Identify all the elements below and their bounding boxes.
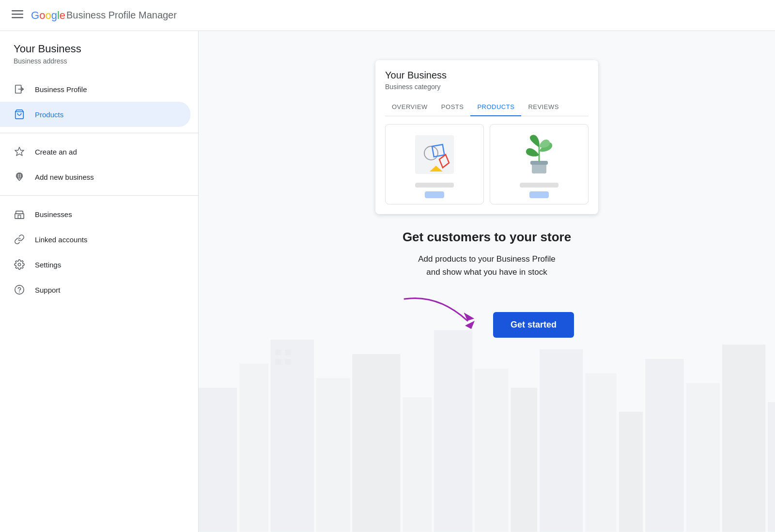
svg-rect-0 [12, 10, 23, 12]
sidebar-item-settings[interactable]: Settings [0, 252, 190, 277]
sign-out-icon [14, 83, 25, 95]
svg-marker-6 [15, 147, 24, 156]
svg-rect-27 [722, 344, 765, 532]
sidebar-item-label: Products [35, 110, 63, 119]
card-tabs: OVERVIEW POSTS PRODUCTS REVIEWS [385, 98, 589, 116]
svg-rect-19 [434, 330, 472, 532]
settings-icon [14, 259, 25, 270]
card-business-name: Your Business [385, 70, 589, 81]
get-started-button[interactable]: Get started [493, 312, 574, 338]
svg-rect-30 [285, 349, 291, 355]
sidebar: Your Business Business address Business … [0, 31, 199, 532]
svg-rect-1 [12, 14, 23, 15]
tab-products[interactable]: PRODUCTS [470, 98, 521, 116]
svg-point-11 [15, 285, 24, 294]
promo-description: Add products to your Business Profileand… [418, 252, 555, 279]
svg-rect-25 [645, 359, 683, 532]
basket-icon [14, 109, 25, 120]
svg-rect-32 [285, 359, 291, 365]
tab-overview[interactable]: OVERVIEW [385, 98, 434, 116]
sidebar-item-label: Create an ad [35, 148, 77, 156]
svg-rect-31 [276, 359, 281, 365]
svg-rect-13 [199, 388, 237, 532]
sidebar-item-support[interactable]: Support [0, 277, 190, 302]
sidebar-item-businesses[interactable]: Businesses [0, 202, 190, 227]
link-icon [14, 234, 25, 245]
sidebar-item-business-profile[interactable]: Business Profile [0, 77, 190, 102]
svg-rect-8 [15, 214, 24, 219]
svg-rect-21 [511, 388, 538, 532]
sidebar-business-name: Your Business [0, 43, 198, 55]
product-image-2 [515, 130, 563, 179]
product-item-1 [385, 124, 484, 204]
sidebar-item-label: Business Profile [35, 85, 87, 94]
business-card-preview: Your Business Business category OVERVIEW… [375, 60, 598, 214]
svg-rect-26 [686, 383, 720, 532]
header: Google Business Profile Manager [0, 0, 775, 31]
product-btn-1 [425, 191, 444, 198]
arrow-svg [400, 294, 506, 333]
content-center: Your Business Business category OVERVIEW… [375, 60, 598, 338]
svg-rect-29 [276, 349, 281, 355]
product-btn-2 [529, 191, 549, 198]
svg-rect-17 [352, 354, 400, 532]
svg-rect-16 [316, 378, 350, 532]
ads-icon [14, 146, 25, 157]
tab-posts[interactable]: POSTS [434, 98, 471, 116]
sidebar-business-address: Business address [0, 57, 198, 65]
svg-rect-23 [585, 374, 616, 532]
svg-rect-20 [475, 369, 508, 532]
sidebar-item-linked-accounts[interactable]: Linked accounts [0, 227, 190, 252]
sidebar-item-label: Linked accounts [35, 235, 87, 244]
card-business-category: Business category [385, 83, 589, 91]
logo: Google Business Profile Manager [31, 9, 177, 22]
svg-rect-2 [12, 17, 23, 18]
sidebar-item-add-business[interactable]: Add new business [0, 164, 190, 189]
menu-icon[interactable] [12, 8, 23, 22]
product-item-2 [490, 124, 589, 204]
sidebar-divider-1 [0, 133, 198, 133]
store-icon [14, 208, 25, 220]
product-image-1 [410, 130, 459, 179]
svg-point-10 [18, 263, 21, 266]
app-title: Business Profile Manager [66, 10, 177, 21]
cta-section: Get started [400, 294, 574, 338]
sidebar-item-label: Settings [35, 261, 61, 269]
sidebar-item-label: Add new business [35, 173, 94, 181]
sidebar-divider-2 [0, 195, 198, 196]
svg-rect-24 [619, 412, 643, 532]
svg-rect-18 [403, 397, 432, 532]
sidebar-item-products[interactable]: Products [0, 102, 190, 127]
tab-reviews[interactable]: REVIEWS [521, 98, 565, 116]
svg-rect-15 [271, 340, 314, 532]
main-content: Your Business Business category OVERVIEW… [199, 31, 775, 532]
svg-rect-9 [18, 215, 21, 219]
svg-rect-14 [239, 364, 268, 532]
sidebar-item-create-ad[interactable]: Create an ad [0, 139, 190, 164]
product-bar-2 [520, 183, 558, 188]
promo-title: Get customers to your store [403, 230, 571, 245]
help-icon [14, 284, 25, 296]
sidebar-item-label: Support [35, 286, 61, 294]
add-location-icon [14, 171, 25, 183]
sidebar-item-label: Businesses [35, 210, 72, 219]
svg-rect-28 [768, 402, 775, 532]
svg-rect-22 [540, 349, 583, 532]
layout: Your Business Business address Business … [0, 31, 775, 532]
products-grid [385, 124, 589, 204]
product-bar-1 [415, 183, 454, 188]
